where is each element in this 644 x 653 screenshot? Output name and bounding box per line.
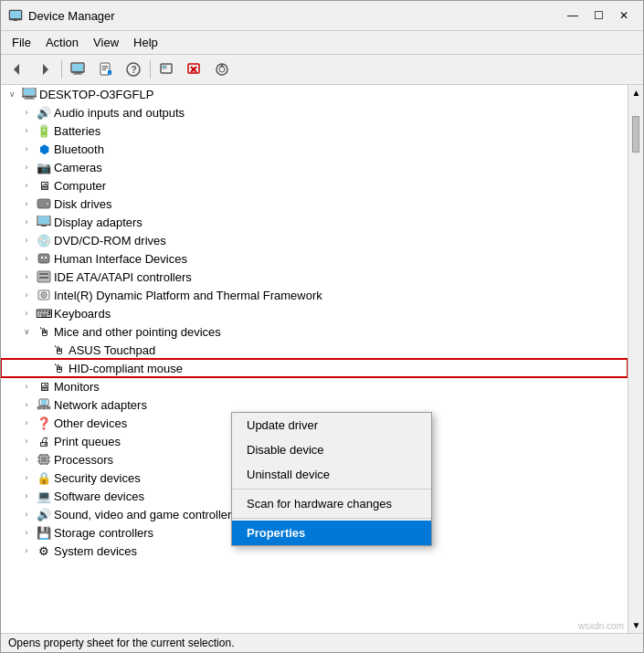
display-expand-icon[interactable]: › (19, 215, 34, 229)
svg-rect-2 (9, 19, 22, 20)
tree-item-ide[interactable]: › IDE ATA/ATAPI controllers (1, 268, 628, 286)
audio-expand-icon[interactable]: › (19, 105, 34, 120)
tree-item-audio[interactable]: › 🔊 Audio inputs and outputs (1, 103, 628, 121)
scroll-thumb[interactable] (632, 116, 639, 153)
menu-file[interactable]: File (5, 33, 38, 52)
ide-expand-icon[interactable]: › (19, 269, 34, 284)
close-button[interactable]: ✕ (612, 6, 636, 25)
software-expand-icon[interactable]: › (19, 489, 34, 503)
back-button[interactable] (5, 58, 30, 81)
context-menu: Update driver Disable device Uninstall d… (231, 412, 432, 546)
svg-point-46 (43, 294, 45, 296)
computer-icon-button[interactable] (66, 58, 91, 81)
context-menu-update-driver[interactable]: Update driver (232, 413, 431, 437)
network-icon (37, 397, 51, 412)
context-menu-properties[interactable]: Properties (232, 521, 431, 545)
update-icon-button[interactable] (209, 58, 235, 81)
dvd-label: DVD/CD-ROM drives (54, 234, 170, 248)
tree-item-hid-mouse[interactable]: 🖱 HID-compliant mouse (1, 359, 628, 377)
hid-icon (37, 251, 51, 266)
tree-item-cameras[interactable]: › 📷 Cameras (1, 158, 628, 176)
tree-item-intel[interactable]: › Intel(R) Dynamic Platform and Thermal … (1, 286, 628, 304)
device-tree[interactable]: ∨ DESKTOP-O3FGFLP › 🔊 Audio inputs and o (1, 85, 628, 633)
svg-text:i: i (110, 71, 111, 76)
toolbar: i ? (1, 55, 643, 85)
monitors-label: Monitors (54, 380, 103, 394)
svg-rect-13 (102, 68, 108, 68)
mice-expand-icon[interactable]: ∨ (19, 324, 34, 339)
root-expand-icon[interactable]: ∨ (5, 87, 19, 101)
security-expand-icon[interactable]: › (19, 470, 34, 485)
storage-icon: 💾 (37, 525, 51, 540)
print-label: Print queues (54, 435, 124, 448)
menu-action[interactable]: Action (38, 33, 86, 52)
context-menu-uninstall-device[interactable]: Uninstall device (232, 462, 431, 487)
sound-icon: 🔊 (37, 507, 51, 521)
intel-expand-icon[interactable]: › (19, 288, 34, 302)
svg-point-33 (46, 202, 49, 205)
tree-item-asus[interactable]: 🖱 ASUS Touchpad (1, 341, 628, 359)
status-bar: Opens property sheet for the current sel… (1, 633, 643, 652)
software-icon: 💻 (37, 489, 51, 503)
other-expand-icon[interactable]: › (19, 416, 34, 430)
processors-label: Processors (54, 453, 117, 467)
scrollbar[interactable]: ▲ ▼ (628, 85, 643, 633)
tree-item-network[interactable]: › Network adapters (1, 395, 628, 414)
properties-icon-button[interactable]: i (93, 58, 119, 81)
toolbar-separator-2 (150, 60, 151, 79)
tree-item-mice[interactable]: ∨ 🖱 Mice and other pointing devices (1, 322, 628, 341)
tree-item-disk[interactable]: › Disk drives (1, 195, 628, 213)
processors-expand-icon[interactable]: › (19, 452, 34, 467)
scan-icon-button[interactable] (154, 58, 180, 81)
uninstall-icon-button[interactable] (182, 58, 207, 81)
window-title: Device Manager (28, 9, 115, 23)
disk-label: Disk drives (54, 197, 116, 211)
cameras-icon: 📷 (37, 160, 51, 174)
root-label: DESKTOP-O3FGFLP (39, 88, 157, 101)
tree-item-hid[interactable]: › Human Interface Devices (1, 249, 628, 268)
tree-root-item[interactable]: ∨ DESKTOP-O3FGFLP (1, 85, 628, 103)
tree-item-dvd[interactable]: › 💿 DVD/CD-ROM drives (1, 231, 628, 249)
disk-icon (37, 196, 51, 211)
batteries-expand-icon[interactable]: › (19, 123, 34, 138)
context-menu-separator-1 (232, 489, 431, 490)
menu-view[interactable]: View (86, 33, 126, 52)
network-expand-icon[interactable]: › (19, 397, 34, 412)
forward-button[interactable] (32, 58, 58, 81)
tree-item-monitors[interactable]: › 🖥 Monitors (1, 377, 628, 395)
svg-rect-10 (73, 74, 82, 75)
keyboards-label: Keyboards (54, 307, 114, 321)
print-icon: 🖨 (37, 434, 51, 448)
hid-expand-icon[interactable]: › (19, 251, 34, 266)
cameras-expand-icon[interactable]: › (19, 160, 34, 174)
computer-expand-icon[interactable]: › (19, 178, 34, 193)
maximize-button[interactable]: ☐ (586, 6, 610, 25)
title-bar: Device Manager — ☐ ✕ (1, 1, 643, 31)
storage-expand-icon[interactable]: › (19, 525, 34, 540)
sound-label: Sound, video and game controllers (54, 508, 241, 521)
tree-item-batteries[interactable]: › 🔋 Batteries (1, 121, 628, 140)
tree-item-keyboards[interactable]: › ⌨ Keyboards (1, 304, 628, 322)
processors-icon (37, 452, 51, 467)
minimize-button[interactable]: — (561, 6, 585, 25)
sound-expand-icon[interactable]: › (19, 507, 34, 521)
bluetooth-expand-icon[interactable]: › (19, 142, 34, 156)
tree-item-bluetooth[interactable]: › ⬢ Bluetooth (1, 140, 628, 158)
help-icon-button[interactable]: ? (121, 58, 146, 81)
tree-item-display[interactable]: › Display adapters (1, 213, 628, 231)
system-expand-icon[interactable]: › (19, 543, 34, 558)
context-menu-scan-hardware[interactable]: Scan for hardware changes (232, 491, 431, 516)
storage-label: Storage controllers (54, 526, 157, 540)
dvd-expand-icon[interactable]: › (19, 233, 34, 248)
menu-help[interactable]: Help (126, 33, 165, 52)
print-expand-icon[interactable]: › (19, 434, 34, 448)
title-left: Device Manager (8, 8, 115, 23)
tree-item-computer[interactable]: › 🖥 Computer (1, 176, 628, 195)
window-controls: — ☐ ✕ (561, 6, 636, 25)
scroll-up-button[interactable]: ▲ (628, 85, 643, 100)
scroll-down-button[interactable]: ▼ (628, 617, 643, 633)
disk-expand-icon[interactable]: › (19, 196, 34, 211)
keyboards-expand-icon[interactable]: › (19, 306, 34, 321)
context-menu-disable-device[interactable]: Disable device (232, 437, 431, 462)
monitors-expand-icon[interactable]: › (19, 379, 34, 394)
